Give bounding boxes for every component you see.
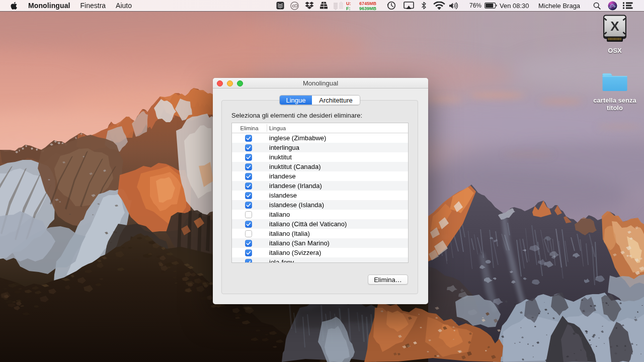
svg-text:X: X bbox=[610, 19, 619, 34]
